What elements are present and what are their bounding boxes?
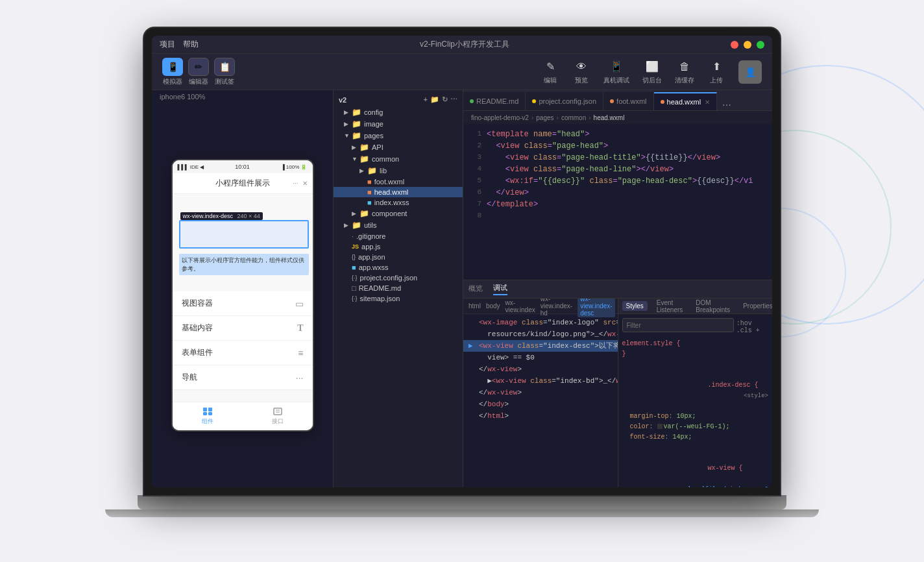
folder-icon-pages: 📁 (352, 131, 361, 140)
tree-item-gitignore[interactable]: ▶ · .gitignore (334, 231, 463, 241)
toolbar-action-device-debug[interactable]: 📱 真机调试 (603, 59, 629, 85)
tab-close-head[interactable]: ✕ (705, 99, 710, 106)
menu-item-help[interactable]: 帮助 (183, 39, 199, 50)
filetree-refresh-icon[interactable]: ↻ (442, 95, 448, 104)
file-icon-app-js: JS (352, 243, 359, 250)
tree-item-readme[interactable]: ▶ □ README.md (334, 283, 463, 293)
editor-label: 编辑器 (189, 77, 208, 86)
tab-dot-head (661, 100, 664, 104)
styles-hint-text: :hov .cls + (736, 320, 768, 334)
toolbar-action-clear-cache[interactable]: 🗑 清缓存 (675, 59, 694, 85)
bottom-tab-styles[interactable]: 调试 (493, 283, 507, 295)
phone-menu-icon-view: ▭ (295, 299, 304, 309)
phone-tab-component[interactable]: 组件 (173, 407, 243, 426)
menu-item-project[interactable]: 项目 (160, 39, 175, 50)
line-num-2: 2 (463, 141, 487, 149)
tree-label-index-wxss: index.wxss (374, 199, 409, 206)
phone-menu-item-nav[interactable]: 导航 ··· (173, 365, 313, 390)
tree-item-utils[interactable]: ▶ 📁 utils (334, 219, 463, 231)
toolbar-action-preview[interactable]: 👁 预览 (572, 59, 590, 85)
toolbar-btn-simulator[interactable]: 📱 模拟器 (162, 58, 183, 86)
phone-menu-item-form[interactable]: 表单组件 ≡ (173, 341, 313, 365)
tree-item-index-wxss[interactable]: ▶ ■ index.wxss (334, 197, 463, 208)
preview-panel: iphone6 100% ▌▌▌ IDE ◀ 10:01 ▐ 100% 🔋 (152, 90, 334, 487)
editor-tabs-more[interactable]: ⋯ (717, 100, 736, 110)
phone-menu-item-view[interactable]: 视图容器 ▭ (173, 291, 313, 316)
tree-item-pages[interactable]: ▼ 📁 pages (334, 130, 463, 141)
tree-label-pages: pages (364, 132, 383, 140)
elem-tag-body[interactable]: body (486, 302, 500, 310)
background-icon: ⬜ (643, 59, 661, 75)
html-line-content-8: </body> (479, 399, 509, 409)
line-num-1: 1 (463, 130, 487, 138)
tree-item-head-wxml[interactable]: ▶ ■ head.wxml (334, 187, 463, 197)
laptop-foot (105, 509, 819, 517)
elem-tag-wx-view-index[interactable]: wx-view.index (505, 299, 535, 313)
file-icon-readme: □ (352, 284, 356, 292)
tree-item-foot-wxml[interactable]: ▶ ■ foot.wxml (334, 177, 463, 187)
tree-item-app-js[interactable]: ▶ JS app.js (334, 241, 463, 252)
tree-item-sitemap[interactable]: ▶ {·} sitemap.json (334, 293, 463, 304)
svg-rect-0 (203, 408, 207, 411)
toolbar-action-upload[interactable]: ⬆ 上传 (707, 59, 725, 85)
file-icon-app-wxss: ■ (352, 263, 356, 271)
toolbar-action-edit[interactable]: ✎ 编辑 (541, 59, 559, 85)
filetree-add-folder-icon[interactable]: 📁 (430, 95, 439, 104)
phone-mockup: ▌▌▌ IDE ◀ 10:01 ▐ 100% 🔋 小程序组件展示 ··· (171, 159, 314, 432)
elem-tag-html[interactable]: html (468, 302, 481, 310)
styles-filter-input[interactable] (622, 318, 734, 332)
styles-rule-font-size: font-size: 14px; (622, 432, 769, 443)
editor-icon: ✏ (188, 58, 209, 76)
tree-item-image[interactable]: ▶ 📁 image (334, 118, 463, 130)
folder-icon-api: 📁 (359, 143, 369, 152)
styles-tab-event-listeners[interactable]: Event Listeners (653, 299, 687, 315)
phone-menu-list: 视图容器 ▭ 基础内容 T 表单组件 (173, 291, 313, 390)
tree-item-app-wxss[interactable]: ▶ ■ app.wxss (334, 262, 463, 273)
bottom-tab-elements[interactable]: 概览 (468, 284, 483, 295)
filetree-add-file-icon[interactable]: + (424, 95, 428, 104)
editor-tab-foot-wxml[interactable]: foot.wxml (603, 92, 653, 110)
tree-label-readme: README.md (359, 284, 401, 292)
toolbar-action-background[interactable]: ⬜ 切后台 (642, 59, 662, 85)
phone-menu-item-basic[interactable]: 基础内容 T (173, 316, 313, 341)
tree-item-component[interactable]: ▶ 📁 component (334, 208, 463, 219)
styles-rule-blank-2 (622, 443, 769, 453)
html-tree-panel: html body wx-view.index wx-view.index-hd… (463, 299, 618, 487)
tree-item-api[interactable]: ▶ 📁 API (334, 141, 463, 153)
styles-tab-styles[interactable]: Styles (622, 301, 648, 311)
user-avatar[interactable]: 👤 (738, 60, 762, 84)
phone-close-btn[interactable]: ✕ (302, 180, 308, 187)
editor-tab-project-config[interactable]: project.config.json (526, 92, 603, 110)
tree-arrow-common: ▼ (352, 156, 359, 162)
tree-item-config[interactable]: ▶ 📁 config (334, 106, 463, 118)
toolbar-btn-editor[interactable]: ✏ 编辑器 (188, 58, 209, 86)
html-line-dot-7 (468, 387, 479, 398)
code-editor-content[interactable]: 1 <template name="head"> 2 <view class="… (463, 124, 772, 280)
editor-tab-readme[interactable]: README.md (463, 92, 526, 110)
tree-item-app-json[interactable]: ▶ {} app.json (334, 252, 463, 262)
styles-tab-dom-breakpoints[interactable]: DOM Breakpoints (692, 299, 734, 315)
toolbar-btn-test[interactable]: 📋 测试签 (214, 58, 235, 86)
title-bar-title: v2-FinClip小程序开发工具 (420, 39, 509, 50)
window-close-btn[interactable] (731, 41, 738, 49)
editor-tab-head-wxml[interactable]: head.wxml ✕ (654, 92, 718, 110)
phone-menu-dots[interactable]: ··· (293, 180, 298, 187)
phone-tab-api[interactable]: 接口 (243, 407, 313, 426)
line-content-1: <template name="head"> (487, 130, 772, 139)
tree-item-common[interactable]: ▼ 📁 common (334, 153, 463, 165)
component-tab-label: 组件 (202, 417, 213, 426)
html-line-content-9: </html> (479, 411, 509, 421)
tree-item-project-config[interactable]: ▶ {·} project.config.json (334, 273, 463, 283)
phone-status-bar: ▌▌▌ IDE ◀ 10:01 ▐ 100% 🔋 (173, 160, 313, 173)
tree-arrow-config: ▶ (344, 109, 352, 116)
phone-highlight-box: wx-view.index-desc 240 × 44 (179, 220, 309, 249)
styles-tab-properties[interactable]: Properties (739, 301, 772, 311)
filetree-collapse-icon[interactable]: ⋯ (450, 95, 457, 104)
window-maximize-btn[interactable] (757, 41, 764, 49)
editor-tab-label-foot: foot.wxml (616, 97, 646, 105)
tree-label-project-config: project.config.json (360, 274, 418, 282)
styles-area: :hov .cls + element.style { } .index-des… (618, 314, 773, 487)
styles-rule-wx-view: wx-view { localfile:/.index.css:2 (622, 453, 769, 487)
tree-item-lib[interactable]: ▶ 📁 lib (334, 165, 463, 177)
window-minimize-btn[interactable] (744, 41, 751, 49)
